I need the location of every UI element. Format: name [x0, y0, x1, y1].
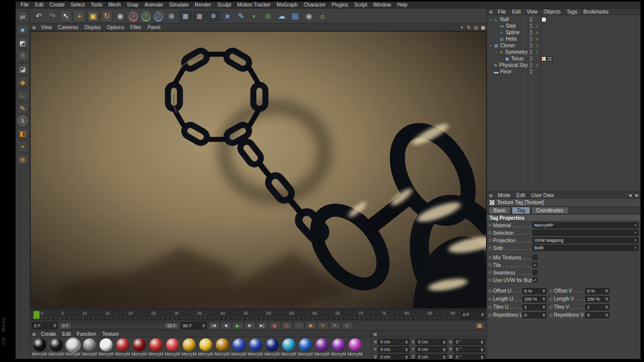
edge-mode-icon[interactable]: ◪ [17, 63, 29, 74]
solo-button[interactable]: ▦ [474, 322, 485, 329]
coord-size-field[interactable]: 0 cm [416, 339, 447, 345]
anim-dot[interactable] [549, 306, 552, 309]
material-item[interactable]: MercyM [214, 338, 230, 356]
pan-view-icon[interactable]: + [458, 25, 465, 30]
history-back-icon[interactable]: ◀ [626, 193, 633, 198]
visibility-dots[interactable] [528, 37, 534, 41]
tree-expander[interactable]: − [494, 50, 499, 54]
tree-expander[interactable]: − [489, 17, 493, 22]
lock-icon[interactable]: ▪ [17, 141, 29, 152]
object-row[interactable]: ↝ Step ✓ [487, 23, 640, 29]
tag-icon[interactable] [547, 56, 552, 61]
anim-dot[interactable] [489, 314, 492, 317]
object-manager-menu-item[interactable]: Bookmarks [580, 9, 611, 15]
panel-drag-icon[interactable]: ▦ [371, 332, 379, 336]
material-thumbnail[interactable] [83, 338, 96, 351]
menu-item[interactable]: Script [351, 2, 370, 8]
attribute-value-field[interactable]: Both▾ [532, 245, 638, 251]
material-thumbnail[interactable] [50, 338, 63, 351]
material-thumbnail[interactable] [332, 338, 345, 351]
menu-item[interactable]: Mesh [106, 2, 124, 8]
polygon-mode-icon[interactable]: ◆ [17, 76, 29, 87]
object-label[interactable]: Floor [499, 69, 512, 74]
visibility-dots[interactable] [528, 50, 534, 54]
material-thumbnail[interactable] [216, 338, 229, 351]
scale-tool-icon[interactable]: ▣ [87, 10, 99, 22]
attribute-value-field[interactable]: ▾ [532, 230, 638, 236]
attribute-menu-item[interactable]: Mode [495, 193, 514, 198]
end-frame-input[interactable]: 90 F [181, 322, 207, 329]
material-thumbnail[interactable] [166, 338, 179, 351]
attribute-tab[interactable]: Basic [489, 207, 511, 214]
material-item[interactable]: MercyM [280, 338, 297, 356]
object-row[interactable]: ☀ Physical Sky ✓ [487, 62, 640, 68]
key-position-button[interactable]: + [293, 322, 304, 329]
parameter-field[interactable]: 1 [522, 304, 546, 310]
material-thumbnail[interactable] [266, 338, 279, 351]
material-menu-item[interactable]: Edit [59, 331, 74, 337]
prev-frame-button[interactable]: ◀ [220, 322, 231, 329]
viewport-menu-item[interactable]: Cameras [55, 25, 82, 30]
coord-rotation-field[interactable]: 0 ° [453, 339, 485, 345]
checkbox[interactable]: ✓ [532, 278, 537, 283]
visibility-dots[interactable] [528, 17, 534, 22]
range-start-handle[interactable]: 0 F [60, 323, 71, 329]
key-scale-button[interactable]: ▣ [305, 322, 316, 329]
coord-size-field[interactable]: 0 cm [416, 354, 447, 360]
object-row[interactable]: ~ Spline ✓ [487, 29, 640, 36]
material-item[interactable]: MercyM [230, 338, 247, 356]
visibility-dots[interactable] [528, 69, 534, 74]
anim-dot[interactable] [489, 256, 492, 259]
menu-item[interactable]: MoGraph [274, 2, 301, 8]
viewport-menu-item[interactable]: View [38, 25, 55, 30]
object-label[interactable]: Step [505, 23, 516, 29]
tag-icon[interactable] [541, 56, 546, 61]
menu-item[interactable]: File [18, 2, 32, 8]
object-manager-menu-item[interactable]: File [495, 9, 509, 15]
material-item[interactable]: MercyM [330, 338, 347, 356]
material-thumbnail[interactable] [133, 338, 146, 351]
viewport-menu-item[interactable]: Display [82, 25, 104, 30]
material-item[interactable]: MercyM [264, 338, 280, 356]
material-item[interactable]: MercyM [98, 338, 114, 356]
menu-item[interactable]: Simulate [166, 2, 192, 8]
key-parameter-button[interactable]: P [330, 322, 341, 329]
material-thumbnail[interactable] [299, 338, 312, 351]
object-label[interactable]: Physical Sky [498, 62, 528, 68]
subdivision-surface-icon[interactable]: ◐ [249, 10, 261, 22]
workplane-icon[interactable]: ✎ [17, 103, 29, 114]
texture-mode-icon[interactable]: ◩ [17, 37, 29, 48]
material-thumbnail[interactable] [232, 338, 246, 351]
material-item[interactable]: MercyM [164, 338, 181, 356]
object-row[interactable]: − ● Symmetry ✓ [487, 49, 640, 55]
zoom-view-icon[interactable]: ◎ [472, 25, 479, 30]
key-rotation-button[interactable]: ↻ [317, 322, 329, 329]
menu-item[interactable]: Tools [88, 2, 105, 8]
redo-icon[interactable]: ↷ [46, 10, 58, 22]
live-selection-icon[interactable]: ↖ [60, 10, 72, 22]
mograph-icon[interactable]: ⊛ [262, 10, 274, 22]
material-item[interactable]: MercyM [48, 338, 64, 356]
attribute-tab[interactable]: Coordinates [531, 207, 569, 214]
visibility-dots[interactable] [528, 30, 534, 35]
object-label[interactable]: Null [499, 17, 509, 22]
material-menu-item[interactable]: Texture [99, 331, 122, 337]
current-frame-input[interactable]: 0 F [32, 322, 58, 329]
visibility-dots[interactable] [528, 56, 534, 61]
anim-dot[interactable] [489, 263, 492, 266]
material-thumbnail[interactable] [66, 338, 79, 351]
attribute-value-field[interactable]: UVW Mapping▾ [532, 237, 638, 243]
range-bar[interactable] [71, 323, 165, 329]
coord-rotation-field[interactable]: 0 ° [453, 354, 485, 360]
key-pla-button[interactable]: ◇ [342, 322, 353, 329]
maximize-view-icon[interactable]: ▣ [479, 25, 487, 30]
material-item[interactable]: MercyM [64, 338, 81, 356]
tag-icon[interactable] [541, 17, 546, 22]
anim-dot[interactable] [549, 314, 552, 317]
menu-item[interactable]: Render [192, 2, 214, 8]
tree-expander[interactable]: − [489, 43, 493, 48]
coord-position-field[interactable]: 0 cm [378, 339, 410, 345]
rotate-tool-icon[interactable]: ↻ [101, 10, 113, 22]
coord-rotation-field[interactable]: 0 ° [453, 346, 485, 352]
snap-toggle-icon[interactable]: S [18, 116, 28, 126]
